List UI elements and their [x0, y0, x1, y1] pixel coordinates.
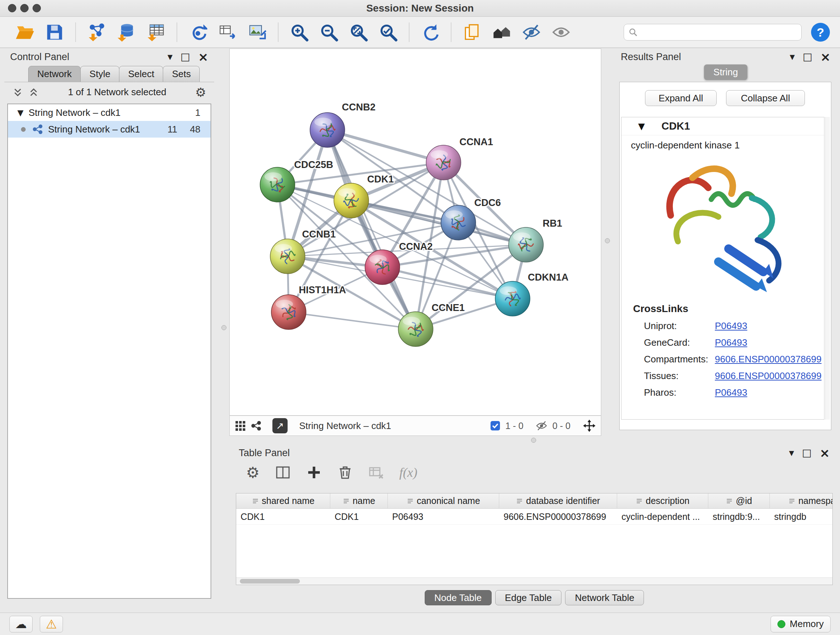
scrollbar-thumb[interactable] [240, 579, 300, 584]
network-view-canvas[interactable]: CCNB2CCNA1CDC25BCDK1CDC6RB1CCNB1CCNA2CDK… [229, 49, 601, 416]
collapse-gene-icon[interactable]: ▼ [638, 121, 645, 131]
expand-all-networks-icon[interactable] [12, 87, 23, 98]
network-overview-button[interactable] [490, 20, 514, 44]
edge-HIST1H1A-CCNE1[interactable] [289, 312, 416, 329]
expand-all-button[interactable]: Expand All [645, 90, 717, 106]
column-header--id[interactable]: @id [708, 494, 770, 508]
network-node-CDK1[interactable] [334, 183, 369, 218]
crosslink-row: Compartments:9606.ENSP00000378699 [622, 351, 824, 367]
panel-menu-icon[interactable]: ▾ [790, 52, 795, 62]
edge-CCNB2-CCNA1[interactable] [327, 130, 444, 163]
fit-content-crosshair-icon[interactable] [583, 419, 596, 432]
collapse-all-networks-icon[interactable] [28, 87, 39, 98]
zoom-in-button[interactable] [287, 20, 311, 44]
node-count: 11 [154, 124, 177, 135]
warnings-button[interactable]: ⚠ [40, 616, 63, 632]
column-header-description[interactable]: description [617, 494, 708, 508]
network-from-selection-button[interactable] [186, 20, 210, 44]
network-view-icon[interactable] [251, 420, 262, 431]
table-horizontal-scrollbar[interactable] [236, 578, 832, 585]
crosslink-link[interactable]: P06493 [715, 320, 747, 332]
hide-graphics-details-button[interactable] [519, 20, 543, 44]
tab-style[interactable]: Style [80, 66, 119, 82]
column-header-namespace[interactable]: namespace [770, 494, 833, 508]
zoom-fit-button[interactable] [347, 20, 370, 44]
network-node-CCNA2[interactable] [365, 250, 400, 285]
collapse-collection-icon[interactable]: ▼ [17, 108, 24, 117]
new-network-from-table-button[interactable] [216, 20, 240, 44]
tab-network-table[interactable]: Network Table [565, 590, 644, 605]
import-table-from-file-button[interactable] [144, 20, 168, 44]
show-graphics-details-button[interactable] [549, 20, 573, 44]
network-node-CDC25B[interactable] [260, 167, 295, 202]
open-session-button[interactable] [13, 20, 37, 44]
crosslink-link[interactable]: P06493 [715, 387, 747, 398]
table-options-gear-icon[interactable]: ⚙ [246, 464, 260, 481]
crosslinks-list: Uniprot:P06493GeneCard:P06493Compartment… [622, 318, 824, 401]
tab-edge-table[interactable]: Edge Table [495, 590, 562, 605]
tab-sets[interactable]: Sets [163, 66, 200, 82]
collapse-all-button[interactable]: Collapse All [726, 90, 805, 106]
panel-menu-icon[interactable]: ▾ [167, 52, 172, 62]
save-session-button[interactable] [43, 20, 66, 44]
crosslink-link[interactable]: 9606.ENSP00000378699 [715, 371, 821, 382]
network-row[interactable]: String Network – cdk1 11 48 [8, 121, 210, 138]
refresh-network-button[interactable] [418, 20, 442, 44]
tab-string[interactable]: String [704, 65, 747, 80]
column-header-canonical-name[interactable]: canonical name [388, 494, 499, 508]
horizontal-splitter-handle[interactable] [531, 438, 536, 443]
panel-float-icon[interactable]: □ [180, 52, 190, 62]
show-columns-icon[interactable] [275, 464, 291, 480]
crosslink-label: Tissues: [644, 371, 715, 382]
search-input[interactable] [641, 27, 797, 38]
zoom-out-button[interactable] [317, 20, 341, 44]
tab-select[interactable]: Select [119, 66, 163, 82]
delete-column-trash-icon[interactable] [337, 464, 353, 480]
network-node-HIST1H1A[interactable] [271, 295, 306, 329]
left-splitter-handle[interactable] [221, 325, 226, 330]
node-label-CCNE1: CCNE1 [431, 302, 465, 313]
network-options-gear-icon[interactable]: ⚙ [195, 85, 206, 100]
panel-close-icon[interactable]: × [821, 51, 831, 63]
panel-float-icon[interactable]: □ [803, 52, 812, 62]
copy-document-button[interactable] [460, 20, 484, 44]
network-node-RB1[interactable] [508, 227, 543, 262]
network-node-CCNB2[interactable] [310, 112, 345, 147]
panel-float-icon[interactable]: □ [802, 448, 812, 458]
add-column-icon[interactable] [306, 464, 322, 480]
panel-menu-icon[interactable]: ▾ [789, 448, 794, 458]
grid-view-icon[interactable] [235, 420, 246, 431]
export-image-button[interactable] [245, 20, 269, 44]
string-network-graph[interactable]: CCNB2CCNA1CDC25BCDK1CDC6RB1CCNB1CCNA2CDK… [230, 49, 601, 415]
edge-count: 48 [177, 124, 201, 135]
help-button[interactable]: ? [811, 23, 830, 42]
panel-close-icon[interactable]: × [820, 447, 830, 459]
network-node-CDC6[interactable] [441, 205, 476, 240]
import-network-from-database-button[interactable] [114, 20, 138, 44]
zoom-selected-button[interactable] [376, 20, 400, 44]
column-header-database-identifier[interactable]: database identifier [499, 494, 617, 508]
right-splitter-handle[interactable] [605, 238, 610, 243]
hidden-items-icon[interactable] [536, 420, 547, 432]
cloud-button[interactable]: ☁ [9, 616, 33, 632]
crosslink-link[interactable]: P06493 [715, 337, 747, 348]
tab-network[interactable]: Network [28, 66, 81, 82]
column-header-name[interactable]: name [330, 494, 388, 508]
results-scrollbar[interactable] [825, 117, 830, 420]
network-collection-row[interactable]: ▼ String Network – cdk1 1 [8, 104, 210, 121]
crosslink-row: GeneCard:P06493 [622, 334, 824, 351]
detach-view-button[interactable]: ↗ [272, 418, 287, 433]
network-node-CCNB1[interactable] [270, 239, 305, 274]
column-header-shared-name[interactable]: shared name [236, 494, 330, 508]
network-node-CCNE1[interactable] [398, 312, 433, 347]
crosslink-link[interactable]: 9606.ENSP00000378699 [715, 354, 821, 365]
selected-items-checkbox-icon[interactable] [490, 421, 500, 431]
table-row[interactable]: CDK1CDK1P064939606.ENSP00000378699cyclin… [236, 509, 832, 524]
panel-close-icon[interactable]: × [198, 51, 209, 63]
memory-button[interactable]: Memory [771, 616, 831, 632]
tab-node-table[interactable]: Node Table [425, 590, 492, 605]
import-network-from-file-button[interactable] [85, 20, 109, 44]
edge-CCNB2-CCNE1[interactable] [327, 130, 416, 329]
network-node-CCNA1[interactable] [426, 145, 461, 180]
network-node-CDKN1A[interactable] [495, 281, 530, 316]
